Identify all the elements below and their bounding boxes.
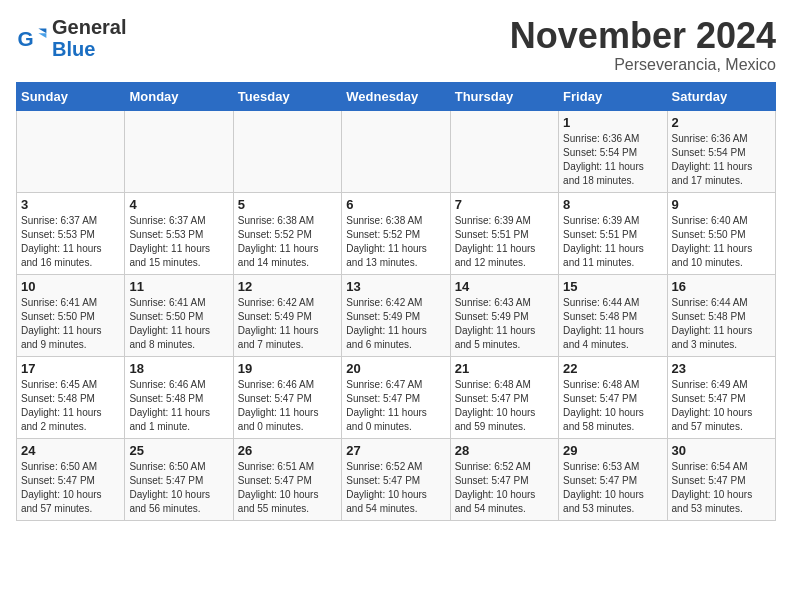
calendar-cell: [342, 110, 450, 192]
logo-general-text: General: [52, 16, 126, 38]
calendar-cell: 6Sunrise: 6:38 AM Sunset: 5:52 PM Daylig…: [342, 192, 450, 274]
day-info: Sunrise: 6:41 AM Sunset: 5:50 PM Dayligh…: [21, 296, 120, 352]
day-number: 23: [672, 361, 771, 376]
logo-icon: G: [16, 22, 48, 54]
calendar-cell: 7Sunrise: 6:39 AM Sunset: 5:51 PM Daylig…: [450, 192, 558, 274]
calendar-week-5: 24Sunrise: 6:50 AM Sunset: 5:47 PM Dayli…: [17, 438, 776, 520]
day-number: 24: [21, 443, 120, 458]
calendar-cell: 19Sunrise: 6:46 AM Sunset: 5:47 PM Dayli…: [233, 356, 341, 438]
day-info: Sunrise: 6:36 AM Sunset: 5:54 PM Dayligh…: [672, 132, 771, 188]
calendar-cell: 26Sunrise: 6:51 AM Sunset: 5:47 PM Dayli…: [233, 438, 341, 520]
calendar-cell: 5Sunrise: 6:38 AM Sunset: 5:52 PM Daylig…: [233, 192, 341, 274]
calendar-cell: 27Sunrise: 6:52 AM Sunset: 5:47 PM Dayli…: [342, 438, 450, 520]
calendar-week-3: 10Sunrise: 6:41 AM Sunset: 5:50 PM Dayli…: [17, 274, 776, 356]
calendar-cell: 14Sunrise: 6:43 AM Sunset: 5:49 PM Dayli…: [450, 274, 558, 356]
weekday-header-row: SundayMondayTuesdayWednesdayThursdayFrid…: [17, 82, 776, 110]
day-info: Sunrise: 6:50 AM Sunset: 5:47 PM Dayligh…: [129, 460, 228, 516]
calendar-cell: 25Sunrise: 6:50 AM Sunset: 5:47 PM Dayli…: [125, 438, 233, 520]
svg-text:G: G: [18, 27, 34, 50]
calendar-cell: [125, 110, 233, 192]
day-info: Sunrise: 6:48 AM Sunset: 5:47 PM Dayligh…: [455, 378, 554, 434]
day-info: Sunrise: 6:53 AM Sunset: 5:47 PM Dayligh…: [563, 460, 662, 516]
calendar-cell: 8Sunrise: 6:39 AM Sunset: 5:51 PM Daylig…: [559, 192, 667, 274]
weekday-header-friday: Friday: [559, 82, 667, 110]
day-info: Sunrise: 6:46 AM Sunset: 5:47 PM Dayligh…: [238, 378, 337, 434]
calendar-cell: [17, 110, 125, 192]
day-number: 7: [455, 197, 554, 212]
day-info: Sunrise: 6:40 AM Sunset: 5:50 PM Dayligh…: [672, 214, 771, 270]
day-number: 26: [238, 443, 337, 458]
day-number: 10: [21, 279, 120, 294]
day-number: 6: [346, 197, 445, 212]
day-number: 25: [129, 443, 228, 458]
day-number: 3: [21, 197, 120, 212]
calendar-cell: 4Sunrise: 6:37 AM Sunset: 5:53 PM Daylig…: [125, 192, 233, 274]
day-info: Sunrise: 6:38 AM Sunset: 5:52 PM Dayligh…: [238, 214, 337, 270]
day-info: Sunrise: 6:45 AM Sunset: 5:48 PM Dayligh…: [21, 378, 120, 434]
day-number: 27: [346, 443, 445, 458]
logo-blue-text: Blue: [52, 38, 95, 60]
svg-marker-1: [38, 28, 46, 33]
day-info: Sunrise: 6:36 AM Sunset: 5:54 PM Dayligh…: [563, 132, 662, 188]
day-info: Sunrise: 6:37 AM Sunset: 5:53 PM Dayligh…: [21, 214, 120, 270]
day-info: Sunrise: 6:42 AM Sunset: 5:49 PM Dayligh…: [346, 296, 445, 352]
day-number: 4: [129, 197, 228, 212]
calendar-cell: 22Sunrise: 6:48 AM Sunset: 5:47 PM Dayli…: [559, 356, 667, 438]
calendar-week-2: 3Sunrise: 6:37 AM Sunset: 5:53 PM Daylig…: [17, 192, 776, 274]
calendar-cell: 9Sunrise: 6:40 AM Sunset: 5:50 PM Daylig…: [667, 192, 775, 274]
day-number: 28: [455, 443, 554, 458]
calendar-cell: 18Sunrise: 6:46 AM Sunset: 5:48 PM Dayli…: [125, 356, 233, 438]
location-subtitle: Perseverancia, Mexico: [510, 56, 776, 74]
weekday-header-thursday: Thursday: [450, 82, 558, 110]
day-info: Sunrise: 6:54 AM Sunset: 5:47 PM Dayligh…: [672, 460, 771, 516]
day-info: Sunrise: 6:41 AM Sunset: 5:50 PM Dayligh…: [129, 296, 228, 352]
day-info: Sunrise: 6:47 AM Sunset: 5:47 PM Dayligh…: [346, 378, 445, 434]
day-info: Sunrise: 6:44 AM Sunset: 5:48 PM Dayligh…: [672, 296, 771, 352]
weekday-header-saturday: Saturday: [667, 82, 775, 110]
calendar-cell: 10Sunrise: 6:41 AM Sunset: 5:50 PM Dayli…: [17, 274, 125, 356]
day-info: Sunrise: 6:43 AM Sunset: 5:49 PM Dayligh…: [455, 296, 554, 352]
day-info: Sunrise: 6:52 AM Sunset: 5:47 PM Dayligh…: [455, 460, 554, 516]
calendar-cell: [450, 110, 558, 192]
calendar-cell: 28Sunrise: 6:52 AM Sunset: 5:47 PM Dayli…: [450, 438, 558, 520]
day-number: 14: [455, 279, 554, 294]
day-number: 13: [346, 279, 445, 294]
calendar-cell: 12Sunrise: 6:42 AM Sunset: 5:49 PM Dayli…: [233, 274, 341, 356]
weekday-header-wednesday: Wednesday: [342, 82, 450, 110]
day-number: 17: [21, 361, 120, 376]
month-title: November 2024: [510, 16, 776, 56]
calendar-cell: 24Sunrise: 6:50 AM Sunset: 5:47 PM Dayli…: [17, 438, 125, 520]
calendar-week-4: 17Sunrise: 6:45 AM Sunset: 5:48 PM Dayli…: [17, 356, 776, 438]
day-info: Sunrise: 6:46 AM Sunset: 5:48 PM Dayligh…: [129, 378, 228, 434]
calendar-cell: 21Sunrise: 6:48 AM Sunset: 5:47 PM Dayli…: [450, 356, 558, 438]
calendar-week-1: 1Sunrise: 6:36 AM Sunset: 5:54 PM Daylig…: [17, 110, 776, 192]
day-number: 8: [563, 197, 662, 212]
day-info: Sunrise: 6:38 AM Sunset: 5:52 PM Dayligh…: [346, 214, 445, 270]
day-number: 9: [672, 197, 771, 212]
day-number: 5: [238, 197, 337, 212]
calendar-cell: 1Sunrise: 6:36 AM Sunset: 5:54 PM Daylig…: [559, 110, 667, 192]
calendar-cell: 16Sunrise: 6:44 AM Sunset: 5:48 PM Dayli…: [667, 274, 775, 356]
calendar-cell: 29Sunrise: 6:53 AM Sunset: 5:47 PM Dayli…: [559, 438, 667, 520]
title-block: November 2024 Perseverancia, Mexico: [510, 16, 776, 74]
calendar-cell: 2Sunrise: 6:36 AM Sunset: 5:54 PM Daylig…: [667, 110, 775, 192]
day-number: 22: [563, 361, 662, 376]
day-info: Sunrise: 6:42 AM Sunset: 5:49 PM Dayligh…: [238, 296, 337, 352]
day-number: 12: [238, 279, 337, 294]
day-number: 1: [563, 115, 662, 130]
calendar-cell: 11Sunrise: 6:41 AM Sunset: 5:50 PM Dayli…: [125, 274, 233, 356]
logo: G General Blue: [16, 16, 126, 60]
calendar-cell: 20Sunrise: 6:47 AM Sunset: 5:47 PM Dayli…: [342, 356, 450, 438]
day-number: 2: [672, 115, 771, 130]
day-info: Sunrise: 6:49 AM Sunset: 5:47 PM Dayligh…: [672, 378, 771, 434]
day-info: Sunrise: 6:52 AM Sunset: 5:47 PM Dayligh…: [346, 460, 445, 516]
day-number: 11: [129, 279, 228, 294]
day-number: 29: [563, 443, 662, 458]
day-number: 18: [129, 361, 228, 376]
day-number: 20: [346, 361, 445, 376]
calendar-cell: 17Sunrise: 6:45 AM Sunset: 5:48 PM Dayli…: [17, 356, 125, 438]
calendar-cell: 3Sunrise: 6:37 AM Sunset: 5:53 PM Daylig…: [17, 192, 125, 274]
calendar-cell: 23Sunrise: 6:49 AM Sunset: 5:47 PM Dayli…: [667, 356, 775, 438]
day-info: Sunrise: 6:51 AM Sunset: 5:47 PM Dayligh…: [238, 460, 337, 516]
calendar-cell: 15Sunrise: 6:44 AM Sunset: 5:48 PM Dayli…: [559, 274, 667, 356]
